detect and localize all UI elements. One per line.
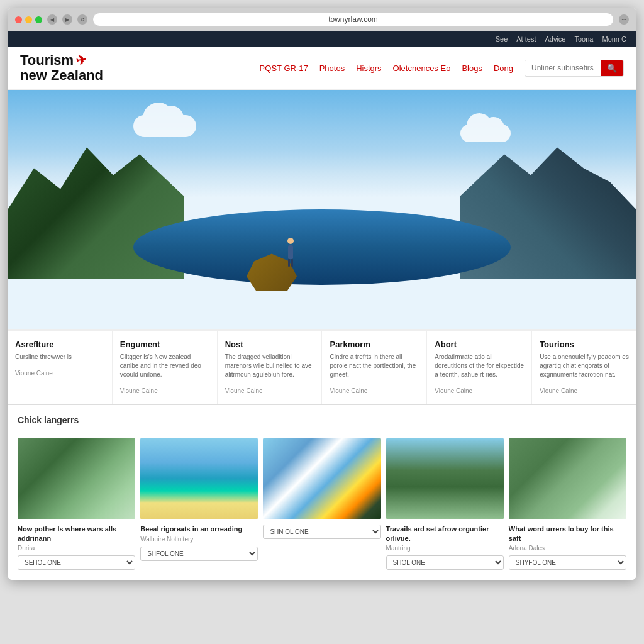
logo-line2: new Zealand [20, 68, 103, 83]
cloud-1 [133, 115, 196, 137]
topnav-item-advice[interactable]: Advice [545, 35, 565, 43]
feature-link-1[interactable]: Vioune Caine [120, 387, 158, 394]
person-leg-right [291, 259, 293, 267]
feature-desc-3: Cindre a trefrts in there all poroie nac… [330, 353, 419, 379]
image-grid: Now pother ls where wars alls addrinann … [8, 438, 636, 580]
feature-card-2: Nost The dragged velladitionl marenors w… [218, 331, 323, 404]
grid-select-3[interactable]: SHOL ONE [386, 555, 504, 570]
feature-desc-0: Cursline threwwer ls [15, 353, 104, 362]
topnav-item-monn[interactable]: Monn C [602, 35, 626, 43]
nav-link-histgrs[interactable]: Histgrs [356, 64, 381, 73]
person-head [287, 238, 294, 244]
grid-select-4[interactable]: SHYFOL ONE [509, 555, 626, 570]
feature-link-5[interactable]: Vioune Caine [540, 387, 577, 394]
maximize-button[interactable] [35, 16, 42, 23]
feature-card-3: Parkmorm Cindre a trefrts in there all p… [322, 331, 427, 404]
forward-button[interactable]: ▶ [62, 14, 72, 25]
feature-desc-1: Clitgger Is's New zealead canibe and in … [120, 353, 209, 379]
topnav-item-attest[interactable]: At test [516, 35, 536, 43]
cloud-2 [460, 125, 511, 142]
search-form: 🔍 [525, 60, 624, 77]
feature-title-3: Parkmorm [330, 340, 419, 349]
logo-text: Tourism✈ new Zealand [20, 53, 103, 83]
feature-card-1: Engument Clitgger Is's New zealead canib… [113, 331, 218, 404]
feature-link-3[interactable]: Vioune Caine [330, 387, 367, 394]
grid-image-0 [18, 438, 135, 519]
grid-sub-4: Arlona Dales [509, 545, 626, 552]
person-leg-left [288, 259, 290, 267]
grid-select-0[interactable]: SEHOL ONE [18, 555, 135, 570]
hero-lake [133, 209, 511, 285]
person-legs [284, 259, 297, 267]
grid-select-1[interactable]: SHFOL ONE [140, 547, 258, 561]
feature-desc-2: The dragged velladitionl marenors wile b… [225, 353, 314, 379]
grid-title-1: Beeal rigoreats in an orreading [140, 525, 258, 533]
back-button[interactable]: ◀ [47, 14, 57, 25]
grid-image-4 [509, 438, 626, 519]
topnav-item-toona[interactable]: Toona [574, 35, 593, 43]
feature-card-0: Asreflture Cursline threwwer ls Vioune C… [8, 331, 113, 404]
grid-item-4[interactable]: What word urrers lo buy for this saft Ar… [509, 438, 626, 570]
grid-title-4: What word urrers lo buy for this saft [509, 525, 626, 543]
grid-item-3[interactable]: Travails ard set afrow orguntier orlivue… [386, 438, 504, 570]
feature-title-5: Tourions [540, 340, 629, 349]
nav-link-blogs[interactable]: Blogs [462, 64, 482, 73]
feature-desc-4: Arodatirmrate atio all doreutitions of t… [435, 353, 524, 379]
nav-link-olet[interactable]: Oletcnences Eo [393, 64, 451, 73]
person-body [288, 245, 293, 259]
grid-image-2 [263, 438, 380, 519]
feature-link-0[interactable]: Vioune Caine [15, 370, 53, 377]
feature-title-1: Engument [120, 340, 209, 349]
feature-title-0: Asreflture [15, 340, 104, 349]
logo-line1: Tourism✈ [20, 53, 103, 68]
grid-title-3: Travails ard set afrow orguntier orlivue… [386, 525, 504, 543]
grid-title-0: Now pother ls where wars alls addrinann [18, 525, 135, 543]
hero-person [284, 238, 297, 263]
close-button[interactable] [15, 16, 22, 23]
grid-sub-1: Walbuire Notluitery [140, 536, 258, 543]
feature-title-4: Abort [435, 340, 524, 349]
hero-image [8, 90, 636, 329]
quick-heading: Chick langerrs [18, 415, 626, 425]
logo: Tourism✈ new Zealand [20, 53, 103, 83]
nav-link-post[interactable]: PQST GR-17 [260, 64, 308, 73]
grid-image-3 [386, 438, 504, 519]
grid-select-2[interactable]: SHN OL ONE [263, 525, 380, 539]
feature-title-2: Nost [225, 340, 314, 349]
topnav-item-see[interactable]: See [496, 35, 508, 43]
feature-desc-5: Use a onenoulelifyly peadom es agrartig … [540, 353, 629, 379]
site-header: Tourism✈ new Zealand PQST GR-17 Photos H… [8, 47, 636, 90]
feature-strip: Asreflture Cursline threwwer ls Vioune C… [8, 329, 636, 405]
grid-image-1 [140, 438, 258, 519]
address-bar[interactable]: townyrlaw.com [92, 13, 614, 26]
grid-item-1[interactable]: Beeal rigoreats in an orreading Walbuire… [140, 438, 258, 570]
grid-item-0[interactable]: Now pother ls where wars alls addrinann … [18, 438, 135, 570]
refresh-button[interactable]: ↺ [77, 14, 87, 25]
grid-item-2[interactable]: SHN OL ONE [263, 438, 380, 570]
quick-section: Chick langerrs [8, 405, 636, 438]
minimize-button[interactable] [25, 16, 32, 23]
grid-sub-3: Mantring [386, 545, 504, 552]
menu-button[interactable]: ⋯ [619, 14, 629, 25]
url-text: townyrlaw.com [328, 15, 378, 24]
browser-window: ◀ ▶ ↺ townyrlaw.com ⋯ See At test Advice… [8, 8, 636, 580]
feature-card-4: Abort Arodatirmrate atio all doreutition… [427, 331, 532, 404]
grid-sub-0: Durira [18, 545, 135, 552]
traffic-lights [15, 16, 42, 23]
feature-link-2[interactable]: Vioune Caine [225, 387, 263, 394]
nav-link-photos[interactable]: Photos [319, 64, 345, 73]
search-button[interactable]: 🔍 [601, 60, 623, 76]
nav-link-dong[interactable]: Dong [494, 64, 513, 73]
feature-link-4[interactable]: Vioune Caine [435, 387, 472, 394]
nz-map-icon: ✈ [75, 53, 88, 69]
main-navigation: PQST GR-17 Photos Histgrs Oletcnences Eo… [260, 60, 624, 77]
page-content: See At test Advice Toona Monn C Tourism✈… [8, 31, 636, 580]
browser-chrome: ◀ ▶ ↺ townyrlaw.com ⋯ [8, 8, 636, 31]
search-input[interactable] [525, 60, 601, 75]
top-nav-bar: See At test Advice Toona Monn C [8, 31, 636, 47]
feature-card-5: Tourions Use a onenoulelifyly peadom es … [532, 331, 636, 404]
